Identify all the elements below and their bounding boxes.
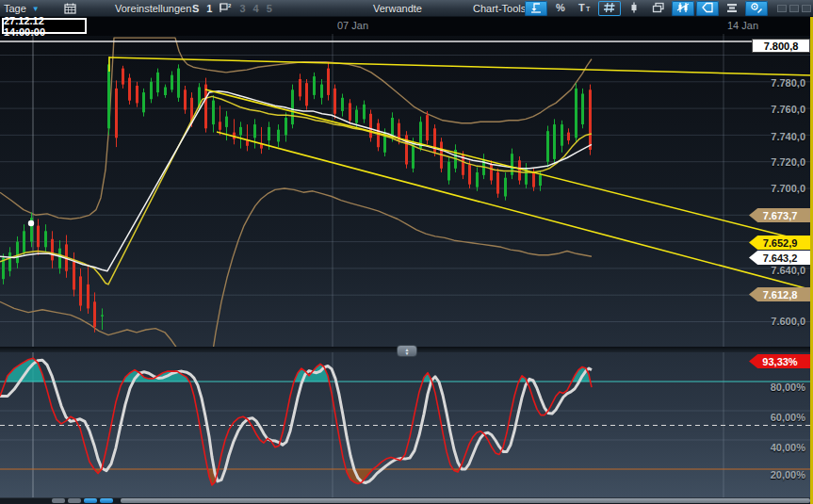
layers-button[interactable]: [721, 1, 743, 16]
preset-button-3[interactable]: 3: [239, 3, 245, 14]
windows-button[interactable]: [647, 1, 670, 16]
chart-tools-label: Chart-Tools: [473, 3, 526, 14]
text-tool-button[interactable]: TT: [574, 1, 596, 16]
indicator-candles-icon: [676, 2, 690, 15]
svg-text:T: T: [586, 6, 591, 12]
chart-canvas[interactable]: [0, 0, 813, 504]
text-tool-icon: TT: [577, 2, 593, 15]
zoom-button-2[interactable]: [100, 498, 113, 503]
price-label: 7.740,0: [740, 131, 805, 142]
hline-price-box: 7.800,8: [752, 39, 810, 53]
calendar-button[interactable]: [64, 0, 76, 17]
related-menu[interactable]: Verwandte: [373, 0, 422, 17]
price-level-tag: 7.643,2: [749, 251, 811, 265]
price-level-tag: 7.612,8: [749, 287, 811, 301]
date-label: 14 Jan: [727, 20, 758, 31]
oscillator-label: 20,00%: [740, 469, 805, 480]
related-label: Verwandte: [373, 3, 422, 14]
price-label: 7.640,0: [740, 265, 805, 276]
panel-resize-handle[interactable]: ▲ ▼: [397, 345, 417, 357]
oscillator-value-tag: 93,33%: [749, 354, 811, 368]
svg-text:%: %: [556, 2, 565, 13]
price-level-tag: 7.673,7: [749, 208, 811, 222]
resize-down-icon: ▼: [405, 351, 410, 355]
timeframe-dropdown[interactable]: Tage ▼: [4, 0, 40, 17]
restore-window-button[interactable]: [789, 5, 799, 12]
indicator-candles-button[interactable]: [672, 1, 694, 16]
oscillator-label: 40,00%: [740, 442, 805, 453]
chevron-down-icon: ▼: [32, 5, 40, 13]
settings-draw-button[interactable]: [745, 1, 768, 16]
price-label: 7.700,0: [740, 183, 805, 194]
calendar-icon: [64, 3, 76, 14]
timeframe-label: Tage: [4, 3, 26, 14]
layers-icon: [725, 2, 739, 15]
preset-button-5[interactable]: 5: [267, 3, 272, 14]
preset-button-S[interactable]: S: [192, 3, 199, 14]
undo-button[interactable]: [525, 1, 547, 16]
oscillator-label: 80,00%: [740, 382, 805, 393]
preset-button-1[interactable]: 1: [206, 3, 212, 14]
scroll-button-2[interactable]: [68, 498, 81, 503]
zoom-button-1[interactable]: [84, 498, 97, 503]
toolbar: Tage ▼ Voreinstellungen S12345 Verwandte…: [0, 0, 813, 17]
minimize-window-button[interactable]: [777, 5, 787, 12]
polygon-tool-button[interactable]: [696, 1, 719, 16]
flag-icon: 2: [220, 2, 232, 13]
grid-icon: [603, 2, 616, 15]
price-label: 7.600,0: [740, 316, 805, 327]
window-controls: [774, 0, 811, 17]
date-label: 07 Jan: [337, 20, 368, 31]
settings-draw-icon: [750, 2, 763, 15]
chart-tools-label-wrap: Chart-Tools: [473, 0, 526, 17]
trading-chart-window: Tage ▼ Voreinstellungen S12345 Verwandte…: [0, 0, 813, 504]
undo-icon: [529, 2, 543, 15]
price-level-tag: 7.652,9: [749, 236, 811, 250]
windows-icon: [652, 2, 665, 15]
maximize-window-button[interactable]: [802, 5, 811, 12]
preset-buttons: S12345: [188, 0, 276, 17]
presets-label: Voreinstellungen: [115, 3, 191, 14]
scroll-button-1[interactable]: [52, 498, 65, 503]
scrollbar-thumb[interactable]: [121, 498, 810, 503]
percent-icon: %: [554, 2, 567, 15]
svg-text:2: 2: [228, 3, 232, 8]
chart-tool-buttons: %TT: [524, 0, 769, 17]
crosshair-datetime: 27.12.12 14:00:00: [2, 18, 87, 34]
preset-button-4[interactable]: 4: [253, 3, 259, 14]
candlestick-icon: [627, 2, 641, 15]
svg-text:T: T: [578, 2, 585, 13]
presets-menu[interactable]: Voreinstellungen: [115, 0, 191, 17]
polygon-tool-icon: [701, 2, 714, 15]
candlestick-button[interactable]: [623, 1, 645, 16]
flag-preset-button[interactable]: 2: [220, 2, 232, 15]
price-label: 7.720,0: [740, 156, 805, 168]
oscillator-label: 60,00%: [740, 412, 805, 423]
price-label: 7.780,0: [740, 77, 805, 89]
percent-button[interactable]: %: [549, 1, 572, 16]
grid-button[interactable]: [598, 1, 621, 16]
price-label: 7.760,0: [740, 104, 805, 115]
